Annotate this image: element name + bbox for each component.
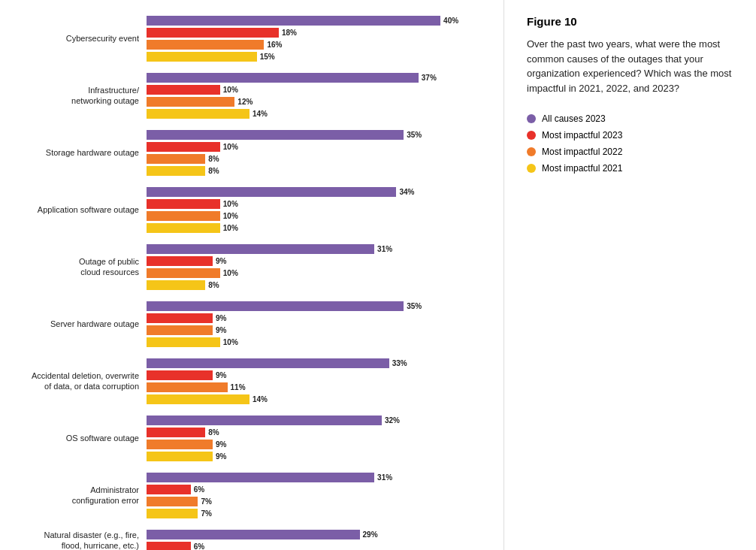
bar-value-label: 7% — [201, 497, 211, 506]
bar-row: 8% — [147, 153, 488, 164]
bar-value-label: 34% — [399, 188, 414, 196]
bar-row: 9% — [147, 255, 488, 266]
chart-row: Administrator configuration error31%6%7%… — [15, 472, 488, 518]
bar-row: 12% — [147, 96, 488, 107]
bars-container: 33%9%11%14% — [147, 358, 488, 404]
bar-value-label: 7% — [201, 509, 211, 518]
bar — [147, 370, 213, 380]
bar-value-label: 40% — [443, 17, 458, 25]
bar-row: 7% — [147, 508, 488, 518]
bar — [147, 440, 213, 449]
legend-item: Most impactful 2023 — [527, 130, 741, 141]
row-label: Infrastructure/ networking outage — [15, 85, 147, 107]
bar-value-label: 8% — [208, 428, 219, 437]
bar-row: 31% — [147, 472, 488, 482]
bar — [147, 301, 404, 311]
bar-row: 40% — [147, 15, 488, 26]
bar — [147, 40, 264, 50]
bar-row: 15% — [147, 51, 488, 62]
bar-value-label: 35% — [407, 131, 422, 139]
bar-row: 35% — [147, 129, 488, 140]
bar-value-label: 10% — [223, 224, 238, 232]
bar-row: 10% — [147, 210, 488, 221]
bar-value-label: 9% — [216, 314, 226, 322]
bar-row: 10% — [147, 267, 488, 278]
bar — [147, 473, 374, 482]
sidebar: Figure 10 Over the past two years, what … — [503, 0, 756, 550]
bar-value-label: 10% — [223, 200, 238, 208]
bar-row: 8% — [147, 427, 488, 437]
bar-row: 8% — [147, 165, 488, 176]
bar-value-label: 10% — [223, 269, 238, 277]
bar — [147, 530, 360, 539]
bar — [147, 280, 205, 290]
bar-value-label: 12% — [237, 98, 253, 106]
bar-value-label: 31% — [377, 473, 392, 482]
bar — [147, 211, 220, 221]
bar-row: 33% — [147, 358, 488, 368]
bar — [147, 416, 382, 425]
legend-dot — [527, 147, 536, 156]
bar — [147, 509, 198, 518]
bars-container: 35%10%8%8% — [147, 129, 488, 176]
chart-row: Storage hardware outage35%10%8%8% — [15, 129, 488, 176]
bar-value-label: 9% — [216, 440, 226, 449]
bar-row: 35% — [147, 301, 488, 311]
bar — [147, 28, 279, 38]
legend-dot — [527, 131, 536, 140]
legend-dot — [527, 114, 536, 123]
chart-row: Application software outage34%10%10%10% — [15, 186, 488, 233]
bar — [147, 256, 213, 266]
bar-value-label: 10% — [223, 143, 238, 151]
bar-value-label: 29% — [363, 530, 378, 539]
bar-row: 9% — [147, 370, 488, 380]
bar-value-label: 11% — [231, 383, 246, 391]
bars-container: 32%8%9%9% — [147, 415, 488, 461]
bar — [147, 154, 205, 164]
bar — [147, 542, 191, 551]
bar-row: 16% — [147, 39, 488, 50]
bar-value-label: 32% — [385, 416, 400, 425]
bar — [147, 199, 220, 209]
bar — [147, 166, 205, 176]
row-label: Natural disaster (e.g., fire, flood, hur… — [15, 530, 147, 550]
figure-description: Over the past two years, what were the m… — [527, 37, 741, 95]
bar-value-label: 9% — [216, 452, 226, 461]
bar-row: 10% — [147, 141, 488, 152]
bars-container: 40%18%16%15% — [147, 15, 488, 62]
bar — [147, 73, 419, 83]
figure-label: Figure 10 — [527, 15, 741, 28]
bar-value-label: 10% — [223, 86, 238, 94]
legend-item: Most impactful 2022 — [527, 147, 741, 157]
bar — [147, 497, 198, 506]
bar — [147, 268, 220, 278]
bar-value-label: 14% — [253, 110, 268, 118]
bar-row: 10% — [147, 222, 488, 233]
bar — [147, 382, 228, 392]
bar-row: 32% — [147, 415, 488, 425]
bar-row: 10% — [147, 84, 488, 95]
legend: All causes 2023 Most impactful 2023 Most… — [527, 113, 741, 174]
bar-value-label: 37% — [422, 74, 437, 82]
bar-row: 9% — [147, 439, 488, 449]
bar-row: 9% — [147, 325, 488, 335]
bar-value-label: 9% — [216, 257, 226, 265]
bar-value-label: 6% — [194, 485, 204, 494]
bar-row: 18% — [147, 27, 488, 38]
row-label: Application software outage — [15, 204, 147, 215]
bar-row: 29% — [147, 529, 488, 539]
bar-row: 10% — [147, 198, 488, 209]
bar — [147, 142, 220, 152]
row-label: Server hardware outage — [15, 319, 147, 329]
row-label: Storage hardware outage — [15, 147, 147, 158]
chart-row: Infrastructure/ networking outage37%10%1… — [15, 72, 488, 119]
legend-label: Most impactful 2023 — [542, 130, 622, 141]
bar-value-label: 35% — [407, 302, 422, 310]
bar-value-label: 16% — [267, 41, 282, 49]
bar-row: 6% — [147, 541, 488, 550]
bars-container: 35%9%9%10% — [147, 301, 488, 347]
bar-value-label: 8% — [208, 281, 219, 289]
chart-row: OS software outage32%8%9%9% — [15, 415, 488, 461]
bar-value-label: 9% — [216, 371, 226, 379]
bar-row: 11% — [147, 382, 488, 392]
